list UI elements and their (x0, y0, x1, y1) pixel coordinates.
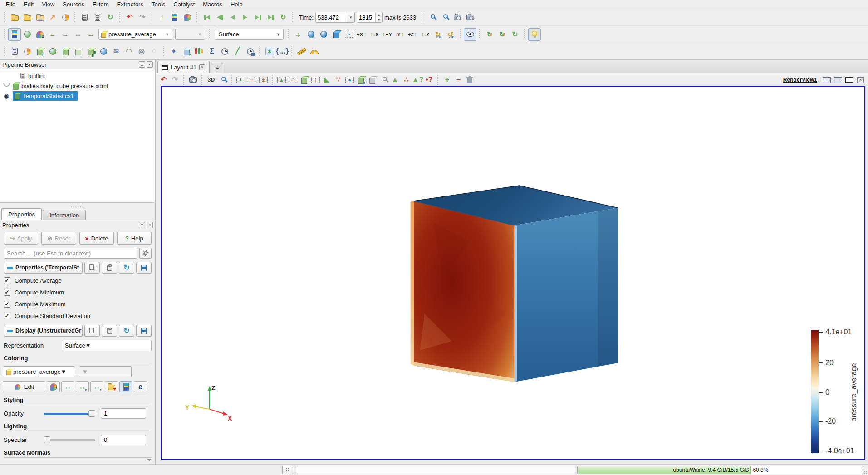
slice-icon[interactable] (72, 45, 84, 58)
rotate-90-cw-icon[interactable]: ↻+90 (432, 28, 444, 41)
edit-color-map-detail-icon[interactable]: 2 (47, 381, 60, 392)
edit-legend-icon[interactable]: e (134, 381, 147, 392)
group-datasets-icon[interactable]: ◎ (135, 45, 148, 58)
menu-file[interactable]: File (2, 0, 20, 9)
paste-properties-icon[interactable] (102, 262, 117, 274)
layout-tab[interactable]: Layout #1 × (157, 61, 210, 73)
paste-properties-icon[interactable] (102, 325, 117, 337)
tab-properties[interactable]: Properties (1, 208, 42, 220)
coloring-field-select[interactable]: pressure_average ▼ (3, 366, 75, 377)
histogram-icon[interactable] (193, 45, 206, 58)
toolbar-handle[interactable] (74, 12, 76, 23)
select-points-on-icon[interactable]: ∴ (287, 74, 299, 85)
shrink-selection-icon[interactable]: − (453, 74, 464, 85)
scalar-coloring-toggle-icon[interactable] (8, 28, 21, 41)
render-view-name[interactable]: RenderView1 (783, 77, 817, 83)
float-panel-icon[interactable] (139, 61, 145, 68)
menu-filters[interactable]: Filters (88, 0, 113, 9)
menu-sources[interactable]: Sources (59, 0, 88, 9)
cube-model[interactable] (411, 186, 618, 382)
threshold-icon[interactable]: ▞ (84, 45, 97, 58)
probe-location-icon[interactable]: ⌖ (167, 45, 180, 58)
menu-help[interactable]: Help (226, 0, 247, 9)
camera-link-1-icon[interactable]: 1 (451, 11, 464, 24)
select-cells-through-icon[interactable] (299, 74, 310, 85)
toolbar-handle[interactable] (459, 29, 461, 40)
selected-pipeline-item[interactable]: TemporalStatistics1 (13, 91, 78, 101)
undo-icon[interactable]: ↶ (123, 11, 136, 24)
auto-apply-icon[interactable] (168, 11, 181, 24)
extract-subset-icon[interactable]: ⌕ (34, 45, 46, 58)
plot-data-over-time-icon[interactable]: ▦ (244, 45, 256, 58)
opacity-slider[interactable] (44, 410, 95, 417)
pick-center-icon[interactable]: ↻ (496, 28, 509, 41)
time-value-combo[interactable]: ▼ (315, 12, 355, 23)
hover-cells-icon[interactable] (367, 74, 378, 85)
disconnect-server-icon[interactable] (91, 11, 104, 24)
toolbar-handle[interactable] (292, 12, 294, 23)
save-defaults-icon[interactable] (136, 325, 152, 337)
load-state-icon[interactable]: ↑ (156, 11, 168, 24)
python-calculator-icon[interactable]: {…} (276, 45, 289, 58)
toolbar-handle[interactable] (230, 74, 233, 85)
component-combo[interactable]: ▼ (175, 29, 205, 40)
checkbox-checked-icon[interactable]: ✓ (4, 313, 10, 319)
toolbar-handle[interactable] (4, 12, 6, 23)
play-icon[interactable] (239, 11, 251, 24)
specular-input[interactable] (101, 435, 146, 445)
notification-button[interactable] (282, 466, 294, 474)
close-view-icon[interactable] (855, 74, 866, 85)
toolbar-handle[interactable] (479, 29, 481, 40)
zoom-in-icon[interactable] (426, 11, 438, 24)
menu-macros[interactable]: Macros (199, 0, 226, 9)
zoom-to-data-icon[interactable]: ↔ (304, 28, 317, 41)
pipeline-item-temporal-statistics[interactable]: ◉ TemporalStatistics1 (0, 91, 155, 101)
extract-block-icon[interactable]: ◌ (148, 45, 161, 58)
pipeline-item-source[interactable]: bodies.body_cube pressure.xdmf (0, 81, 155, 91)
reset-button[interactable]: ⊘Reset (41, 232, 76, 245)
toolbar-handle[interactable] (437, 74, 439, 85)
menu-edit[interactable]: Edit (20, 0, 38, 9)
close-panel-icon[interactable]: × (147, 222, 153, 228)
center-axes-visibility-icon[interactable] (464, 28, 476, 41)
select-blocks-icon[interactable]: ⌕ (355, 74, 367, 85)
rescale-data-range-icon[interactable]: ↔ (61, 381, 74, 392)
select-points-polygon-icon[interactable]: ∵ (333, 74, 344, 85)
view-plus-x-icon[interactable]: +X↑ (355, 28, 368, 41)
checkbox-compute-standard-deviation[interactable]: ✓Compute Standard Deviation (4, 310, 152, 322)
checkbox-checked-icon[interactable]: ✓ (4, 277, 10, 284)
camera-redo-icon[interactable]: ↷ (169, 74, 181, 85)
stream-tracer-icon[interactable]: ≋ (110, 45, 123, 58)
copy-properties-icon[interactable] (84, 325, 100, 337)
scroll-down-icon[interactable] (147, 459, 152, 461)
view-minus-y-icon[interactable]: -Y↑ (393, 28, 406, 41)
ruler-icon[interactable] (295, 45, 308, 58)
toolbar-handle[interactable] (196, 12, 198, 23)
toolbar-handle[interactable] (119, 12, 121, 23)
clear-selection-icon[interactable] (464, 74, 476, 85)
reset-camera-icon[interactable] (292, 28, 304, 41)
redo-icon[interactable]: ↷ (136, 11, 149, 24)
temporal-interpolator-icon[interactable]: ∗ (263, 45, 276, 58)
plot-selection-over-time-icon[interactable]: + (180, 45, 193, 58)
time-dropdown-arrow[interactable]: ▼ (347, 12, 354, 22)
color-palette-icon[interactable] (181, 11, 194, 24)
checkbox-compute-minimum[interactable]: ✓Compute Minimum (4, 286, 152, 298)
select-cells-on-icon[interactable]: ▲ (276, 74, 287, 85)
rescale-custom-range-icon[interactable]: ↔ (59, 28, 72, 41)
checkbox-checked-icon[interactable]: ✓ (4, 301, 10, 308)
restore-defaults-icon[interactable]: ↻ (119, 325, 134, 337)
show-color-legend-icon[interactable] (21, 28, 34, 41)
resize-grip[interactable] (862, 469, 867, 474)
tab-information[interactable]: Information (43, 210, 86, 220)
temporal-statistics-icon[interactable] (218, 45, 231, 58)
close-tab-icon[interactable]: × (199, 64, 205, 70)
select-points-through-icon[interactable]: ⋮ (310, 74, 321, 85)
restore-defaults-icon[interactable]: ↻ (119, 262, 134, 274)
add-layout-tab[interactable]: + (211, 63, 223, 73)
export-scene-icon[interactable]: ↗ (46, 11, 59, 24)
save-extract-icon[interactable]: ↓ (34, 11, 46, 24)
first-frame-icon[interactable] (201, 11, 213, 24)
opacity-slider-handle[interactable] (88, 410, 95, 417)
edit-color-map-button[interactable]: Edit (3, 381, 45, 392)
